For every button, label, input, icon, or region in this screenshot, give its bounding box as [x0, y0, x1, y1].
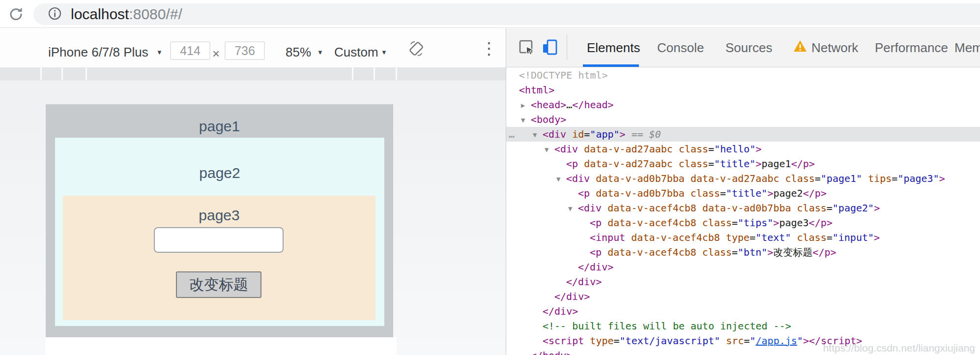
code-line[interactable]: ▼<body> — [506, 112, 980, 127]
viewport-height-input[interactable] — [225, 41, 265, 60]
page2-title: page2 — [55, 138, 384, 181]
code-token: <!DOCTYPE html> — [519, 69, 608, 81]
code-token: </div> — [554, 291, 590, 302]
code-line[interactable]: </div> — [506, 260, 980, 274]
code-line[interactable]: <p data-v-acef4cb8 class="btn">改变标题</p> — [506, 245, 980, 260]
code-token: class — [702, 246, 732, 258]
code-line[interactable]: ▼<div data-v-acef4cb8 data-v-ad0b7bba cl… — [506, 201, 980, 215]
throttle-select[interactable]: Custom — [334, 45, 378, 60]
code-token: = — [732, 217, 738, 229]
code-token — [578, 143, 584, 155]
collapse-arrow-icon[interactable]: ▼ — [556, 172, 560, 186]
expand-arrow-icon[interactable]: ▶ — [521, 98, 525, 113]
code-token: id — [572, 128, 584, 140]
tab-elements[interactable]: Elements — [587, 29, 640, 67]
tab-sources[interactable]: Sources — [725, 29, 772, 67]
reload-button[interactable] — [7, 5, 26, 24]
code-line[interactable]: <p data-v-acef4cb8 class="tips">page3</p… — [506, 215, 980, 230]
zoom-select[interactable]: 85% — [286, 45, 311, 60]
code-token: </body> — [531, 350, 572, 355]
code-token: "page1" — [821, 173, 862, 184]
code-line[interactable]: ▶<head>…</head> — [506, 97, 980, 112]
tab-memory[interactable]: Memory — [954, 29, 980, 67]
code-line[interactable]: </div> — [506, 274, 980, 289]
code-token — [602, 246, 607, 258]
collapse-arrow-icon[interactable]: ▼ — [521, 113, 525, 127]
tab-console[interactable]: Console — [657, 29, 704, 67]
code-line[interactable]: </div> — [506, 289, 980, 304]
code-token: class — [679, 158, 708, 170]
device-toolbar-toggle-icon[interactable] — [541, 38, 560, 59]
code-line[interactable]: <p data-v-ad0b7bba class="title">page2</… — [506, 186, 980, 201]
collapse-arrow-icon[interactable]: ▼ — [568, 201, 572, 216]
zoom-select-caret-icon[interactable]: ▼ — [317, 49, 323, 56]
device-select[interactable]: iPhone 6/7/8 Plus — [48, 45, 148, 60]
code-token: type — [590, 335, 613, 347]
code-token: "app" — [590, 128, 619, 140]
code-token: type — [726, 232, 749, 243]
throttle-select-caret-icon[interactable]: ▼ — [381, 49, 387, 56]
code-token: = — [708, 158, 714, 170]
code-line[interactable]: <!DOCTYPE html> — [506, 68, 980, 83]
code-token: = — [827, 232, 833, 243]
code-token: data-v-acef4cb8 — [607, 217, 696, 229]
title-text-input[interactable] — [154, 227, 284, 253]
code-token: = — [614, 335, 620, 347]
viewport-width-input[interactable] — [170, 41, 210, 60]
code-token: > — [755, 158, 761, 170]
tab-network[interactable]: Network — [793, 29, 858, 67]
device-select-caret-icon[interactable]: ▼ — [156, 49, 163, 56]
code-token: data-v-ad27aabc — [584, 158, 673, 170]
url-text[interactable]: localhost:8080/#/ — [71, 6, 182, 23]
code-token: <script — [543, 335, 584, 347]
page-info-icon[interactable] — [48, 7, 61, 22]
code-token — [720, 232, 726, 243]
code-token: data-v-acef4cb8 — [631, 232, 720, 243]
code-line[interactable]: …▼<div id="app"> == $0 — [506, 127, 980, 142]
code-line[interactable]: ▼<div data-v-ad0b7bba data-v-ad27aabc cl… — [506, 171, 980, 186]
code-token: " — [797, 335, 803, 347]
collapse-arrow-icon[interactable]: ▼ — [545, 142, 548, 157]
change-title-button[interactable]: 改变标题 — [176, 271, 261, 298]
ruler-tick — [86, 67, 87, 80]
code-token: page3 — [779, 217, 808, 229]
code-token: "text/javascript" — [620, 335, 721, 347]
code-line[interactable]: <p data-v-ad27aabc class="title">page1</… — [506, 156, 980, 171]
code-token: data-v-ad27aabc — [584, 143, 673, 155]
code-token — [625, 232, 631, 243]
code-token: /app.js — [756, 335, 797, 347]
rotate-device-icon[interactable] — [407, 39, 426, 60]
code-token: data-v-acef4cb8 — [607, 246, 696, 258]
code-line[interactable]: </div> — [506, 304, 980, 319]
code-token: data-v-ad0b7bba — [702, 202, 791, 214]
code-token: class — [785, 173, 815, 184]
code-token: "hello" — [714, 143, 755, 155]
more-options-icon[interactable]: ⋮ — [481, 38, 497, 58]
code-token — [696, 202, 702, 214]
page1-box: page1 page2 page3 改变标题 — [46, 104, 393, 337]
node-more-actions-icon[interactable]: … — [509, 127, 515, 142]
code-token: = — [732, 246, 738, 258]
code-token: </div> — [566, 276, 602, 288]
code-line[interactable]: <input data-v-acef4cb8 type="text" class… — [506, 230, 980, 245]
inspect-element-icon[interactable] — [519, 39, 536, 59]
code-token — [696, 217, 702, 229]
address-bar[interactable]: localhost:8080/#/ — [33, 3, 980, 25]
code-line[interactable]: <!-- built files will be auto injected -… — [506, 319, 980, 333]
collapse-arrow-icon[interactable]: ▼ — [533, 127, 537, 142]
code-token: class — [797, 232, 826, 243]
code-token: data-v-acef4cb8 — [607, 202, 696, 214]
code-line[interactable]: ▼<div data-v-ad27aabc class="hello"> — [506, 142, 980, 156]
code-token: <html> — [519, 84, 554, 96]
code-token: > — [939, 173, 945, 184]
code-token: <div — [566, 173, 590, 184]
code-token — [673, 158, 679, 170]
code-token: <div — [554, 143, 578, 155]
browser-topbar: localhost:8080/#/ — [0, 0, 980, 28]
code-token: = — [749, 232, 755, 243]
code-line[interactable]: <html> — [506, 83, 980, 97]
viewport-background — [45, 337, 397, 355]
code-token: = — [815, 173, 821, 184]
tab-performance[interactable]: Performance — [875, 29, 948, 67]
code-token: == $0 — [626, 128, 661, 140]
